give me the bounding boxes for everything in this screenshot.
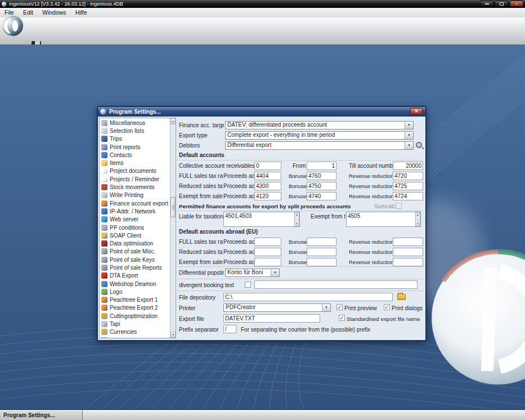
sidebar-item[interactable]: Point of sale Keys <box>100 256 170 263</box>
sidebar-item-label: Trips <box>110 136 122 142</box>
revenue-reductions-input[interactable] <box>393 238 423 246</box>
print-reports-icon <box>101 144 107 150</box>
from-label: From <box>293 163 306 169</box>
close-button[interactable]: × <box>510 1 523 7</box>
from-input[interactable] <box>307 162 336 170</box>
sidebar-item[interactable]: Contacts <box>100 151 170 159</box>
chevron-down-icon[interactable]: ▼ <box>405 132 413 139</box>
liable-textarea[interactable] <box>223 212 300 227</box>
sidebar-item[interactable]: Cuttingoptimization <box>100 312 170 320</box>
sidebar-item[interactable]: Selection lists <box>100 127 170 135</box>
bonuses-input[interactable] <box>307 172 336 180</box>
sidebar-item[interactable]: Point of sale Misc. <box>100 248 170 256</box>
scroll-up-icon[interactable]: ▲ <box>170 118 176 124</box>
exempt-tax-textarea[interactable] <box>346 212 421 227</box>
export-type-select[interactable]: Complete export - everything in time per… <box>225 131 414 140</box>
standardised-name-checkbox[interactable] <box>339 315 345 321</box>
sidebar-item[interactable]: Webshop Deamon <box>100 280 170 288</box>
program-settings-dialog: Program Settings... ✕ Miscellaneous Sele… <box>97 106 427 341</box>
scrollbar-thumb[interactable] <box>170 197 176 217</box>
target-format-select[interactable]: DATEV; differentiated proceeds account ▼ <box>225 121 414 129</box>
sidebar-item[interactable]: Currencies <box>100 328 170 336</box>
proceeds-input[interactable] <box>254 172 281 180</box>
liable-label: Liable for taxation <box>179 213 223 220</box>
export-file-input[interactable] <box>223 314 320 323</box>
revenue-reductions-input[interactable] <box>393 182 423 190</box>
divergent-booking-input[interactable] <box>254 280 418 289</box>
sumcalc-label: Sumcalc <box>374 203 396 209</box>
proceeds-input[interactable] <box>254 192 281 200</box>
chevron-down-icon[interactable]: ▼ <box>405 142 413 149</box>
sidebar-item[interactable]: PP conditions <box>100 224 170 231</box>
soap-client-icon <box>101 233 107 239</box>
chevron-down-icon[interactable]: ▼ <box>271 269 279 276</box>
exempt-spinner[interactable]: ▲▼ <box>415 212 420 226</box>
sidebar-item[interactable] <box>100 336 170 338</box>
sidebar-item-label: Peachtree Export 1 <box>110 297 158 303</box>
row-label: Reduced sales tax r <box>179 249 223 255</box>
bonuses-input[interactable] <box>307 258 336 266</box>
sidebar-item[interactable]: Peachtree Export 1 <box>100 296 170 304</box>
proceeds-label: Proceeds acc <box>223 249 258 255</box>
sidebar-item[interactable]: Trips <box>100 135 170 143</box>
sidebar-item[interactable]: Miscellaneous <box>100 119 170 127</box>
chevron-down-icon[interactable]: ▼ <box>322 304 330 311</box>
export-type-value: Complete export - everything in time per… <box>227 132 335 138</box>
proceeds-input[interactable] <box>254 248 281 256</box>
sidebar-item[interactable]: IP-Addr. / Network <box>100 207 170 215</box>
bonuses-input[interactable] <box>307 192 336 200</box>
finance-account-export-icon <box>101 200 107 207</box>
bonuses-input[interactable] <box>307 248 336 256</box>
sidebar-item[interactable]: Tapi <box>100 320 170 328</box>
sidebar-item[interactable]: Project documents <box>100 167 170 175</box>
sidebar-item[interactable]: DTA Export <box>100 272 170 280</box>
menu-windows[interactable]: Windows <box>38 8 71 17</box>
cuttingoptimization-icon <box>101 313 107 319</box>
menu-hilfe[interactable]: Hilfe <box>71 8 92 17</box>
bonuses-input[interactable] <box>307 238 336 246</box>
revenue-reductions-input[interactable] <box>393 192 423 200</box>
liable-spinner[interactable]: ▲▼ <box>294 212 299 226</box>
sidebar-item[interactable]: Point of sale Reports <box>100 263 170 271</box>
sidebar-item[interactable]: SOAP Client <box>100 231 170 239</box>
proceeds-input[interactable] <box>254 182 281 190</box>
sidebar-item[interactable]: Stock movements <box>100 183 170 191</box>
taskbar-window-button[interactable]: Program Settings... <box>0 410 83 420</box>
sidebar-item[interactable]: Write Printing <box>100 191 170 199</box>
sidebar-item[interactable]: Data optimisation <box>100 239 170 247</box>
divergent-booking-checkbox[interactable] <box>245 282 251 288</box>
debitors-select[interactable]: Differential export ▼ <box>225 141 414 150</box>
proceeds-input[interactable] <box>254 258 281 266</box>
revenue-reductions-input[interactable] <box>393 172 423 180</box>
chevron-down-icon[interactable]: ▼ <box>405 122 413 129</box>
print-preview-checkbox[interactable] <box>336 304 343 310</box>
bonuses-input[interactable] <box>307 182 336 190</box>
prefix-separator-input[interactable] <box>223 325 236 333</box>
proceeds-input[interactable] <box>254 238 281 246</box>
print-dialogs-checkbox[interactable] <box>384 304 390 310</box>
file-depository-input[interactable] <box>223 293 393 301</box>
minimize-button[interactable] <box>480 1 493 7</box>
dialog-close-icon[interactable]: ✕ <box>410 108 423 115</box>
dialog-title: Program Settings... <box>109 109 161 115</box>
sumcalc-checkbox[interactable] <box>396 203 402 209</box>
revenue-reductions-input[interactable] <box>393 248 423 256</box>
sidebar-item[interactable]: Logo <box>100 288 170 296</box>
differential-posting-select[interactable]: Konto für Boni ▼ <box>225 269 280 277</box>
sidebar-item[interactable]: Items <box>100 159 170 167</box>
scroll-down-icon[interactable]: ▼ <box>170 332 176 338</box>
sidebar-item[interactable]: Peachtree Export 2 <box>100 304 170 312</box>
maximize-button[interactable] <box>495 1 508 7</box>
folder-icon[interactable] <box>397 294 406 300</box>
sidebar-item[interactable]: Finance account export <box>100 199 170 207</box>
sidebar-item[interactable]: Print reports <box>100 143 170 151</box>
till-account-input[interactable] <box>393 162 423 170</box>
revenue-reductions-input[interactable] <box>393 258 423 266</box>
collective-input[interactable] <box>254 162 281 170</box>
gear-search-icon[interactable] <box>416 142 422 148</box>
currencies-icon <box>101 329 107 335</box>
sidebar-item[interactable]: Web server <box>100 216 170 224</box>
printer-select[interactable]: PDFCreator ▼ <box>223 303 331 312</box>
sidebar-item-label: Peachtree Export 2 <box>110 305 158 311</box>
sidebar-item[interactable]: Projects / Reminder <box>100 175 170 183</box>
